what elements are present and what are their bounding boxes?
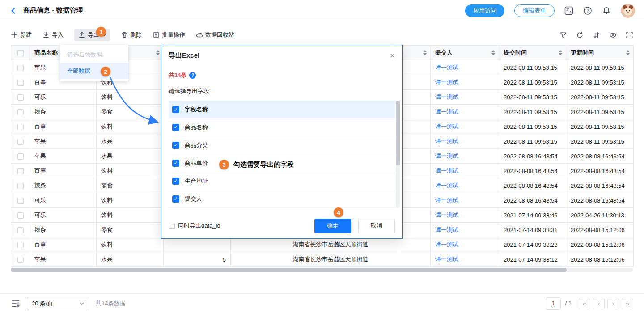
sort-toggle[interactable] <box>423 50 427 55</box>
submitter-link[interactable]: 谭一测试 <box>435 79 458 85</box>
confirm-button[interactable]: 确定 <box>314 219 351 233</box>
cell-category: 饮料 <box>97 193 164 208</box>
dataid-checkbox[interactable] <box>169 223 175 229</box>
submitter-link[interactable]: 谭一测试 <box>435 197 458 203</box>
pager-next-icon[interactable] <box>607 298 619 309</box>
row-checkbox[interactable] <box>17 168 24 174</box>
export-dataid-option[interactable]: 同时导出data_id <box>169 222 220 230</box>
page-number-input[interactable] <box>546 297 561 310</box>
field-checkbox-checked[interactable] <box>172 142 179 149</box>
refresh-icon[interactable] <box>576 31 584 39</box>
cell-update-time: 2022-08-08 15:12:06 <box>566 252 634 267</box>
submitter-link[interactable]: 谭一测试 <box>435 256 458 262</box>
step-3-note: 勾选需要导出的字段 <box>233 161 294 169</box>
export-field-item[interactable]: 生产地址 <box>169 172 395 190</box>
row-checkbox[interactable] <box>17 124 24 130</box>
cancel-button[interactable]: 取消 <box>358 219 395 233</box>
cell-category: 饮料 <box>97 164 164 178</box>
cell-submitter: 谭一测试 <box>431 75 499 90</box>
app-access-button[interactable]: 应用访问 <box>465 4 504 17</box>
sort-toggle[interactable] <box>491 50 495 55</box>
field-checkbox-checked[interactable] <box>172 124 179 131</box>
row-checkbox[interactable] <box>17 80 24 86</box>
row-checkbox[interactable] <box>17 65 24 71</box>
new-button[interactable]: 新建 <box>11 31 32 39</box>
field-checkbox-checked[interactable] <box>172 178 179 185</box>
field-checkbox-checked[interactable] <box>172 106 179 113</box>
filter-icon[interactable] <box>559 31 567 39</box>
field-checkbox-checked[interactable] <box>172 195 179 203</box>
horizontal-scrollbar-thumb[interactable] <box>11 268 567 272</box>
close-icon[interactable] <box>390 51 395 60</box>
cell-submitter: 谭一测试 <box>431 60 499 75</box>
row-checkbox[interactable] <box>17 109 24 115</box>
submitter-link[interactable]: 谭一测试 <box>435 123 458 130</box>
row-checkbox[interactable] <box>17 198 24 204</box>
row-checkbox[interactable] <box>17 183 24 189</box>
pager-prev-icon[interactable] <box>593 298 605 309</box>
help-icon[interactable]: ? <box>583 6 592 15</box>
cell-submit-time: 2022-08-08 16:43:54 <box>499 178 566 193</box>
delete-button[interactable]: 删除 <box>121 31 142 39</box>
cell-submitter: 谭一测试 <box>431 208 499 223</box>
cell-update-time: 2022-08-11 09:53:15 <box>566 119 634 134</box>
row-checkbox[interactable] <box>17 212 24 219</box>
batch-actions-button[interactable]: 批量操作 <box>153 31 185 39</box>
translate-icon[interactable]: 文A <box>564 6 573 15</box>
sort-toggle[interactable] <box>626 50 630 55</box>
row-checkbox[interactable] <box>17 242 24 248</box>
cell-category: 水果 <box>97 149 164 164</box>
export-field-item[interactable]: 提交人 <box>169 190 395 208</box>
submitter-link[interactable]: 谭一测试 <box>435 152 458 159</box>
sort-toggle[interactable] <box>559 50 562 55</box>
row-checkbox[interactable] <box>17 94 24 101</box>
submitter-link[interactable]: 谭一测试 <box>435 138 458 144</box>
row-checkbox[interactable] <box>17 153 24 160</box>
export-menu-item[interactable]: 全部数据 <box>60 63 128 79</box>
submitter-link[interactable]: 谭一测试 <box>435 167 458 174</box>
recycle-bin-button[interactable]: 数据回收站 <box>196 31 234 39</box>
edit-form-button[interactable]: 编辑表单 <box>514 4 555 17</box>
export-field-item[interactable]: 商品分类 <box>169 136 395 154</box>
cell-update-time: 2022-08-08 15:12:06 <box>566 237 634 252</box>
cell-submit-time: 2022-08-11 09:53:15 <box>499 134 566 149</box>
cell-product-name: 可乐 <box>30 208 97 223</box>
submitter-link[interactable]: 谭一测试 <box>435 241 458 248</box>
plus-icon <box>11 31 18 38</box>
back-icon[interactable] <box>9 6 18 15</box>
submitter-link[interactable]: 谭一测试 <box>435 211 458 218</box>
eye-icon[interactable] <box>609 31 617 39</box>
row-checkbox[interactable] <box>17 257 24 263</box>
cell-product-name: 百事 <box>30 164 97 178</box>
question-icon[interactable] <box>189 72 196 79</box>
row-height-icon[interactable] <box>11 299 21 309</box>
pager-last-icon[interactable] <box>622 298 633 309</box>
row-checkbox[interactable] <box>17 139 24 145</box>
sort-icon[interactable] <box>593 31 600 39</box>
modal-scrollbar <box>396 101 400 208</box>
cell-address: 湖南省长沙市岳麓区天顶街道 <box>231 237 431 252</box>
row-checkbox[interactable] <box>17 227 24 233</box>
bell-icon[interactable] <box>602 6 611 15</box>
field-label: 字段名称 <box>185 106 208 114</box>
cell-category: 饮料 <box>97 90 164 105</box>
submitter-link[interactable]: 谭一测试 <box>435 226 458 233</box>
export-field-item[interactable]: 字段名称 <box>169 101 395 118</box>
export-field-item[interactable]: 商品名称 <box>169 118 395 136</box>
cell-submit-time: 2022-08-08 16:43:54 <box>499 193 566 208</box>
submitter-link[interactable]: 谭一测试 <box>435 182 458 189</box>
submitter-link[interactable]: 谭一测试 <box>435 108 458 115</box>
pager-first-icon[interactable] <box>579 298 590 309</box>
modal-scrollbar-thumb[interactable] <box>396 101 400 165</box>
export-menu-item[interactable]: 筛选后的数据 <box>60 47 128 63</box>
export-count: 共14条 <box>169 71 186 79</box>
sort-toggle[interactable] <box>156 50 160 55</box>
page-size-select[interactable]: 20 条/页 <box>27 297 89 310</box>
avatar[interactable] <box>621 4 635 18</box>
import-button[interactable]: 导入 <box>42 31 64 39</box>
submitter-link[interactable]: 谭一测试 <box>435 64 458 71</box>
select-all-checkbox[interactable] <box>17 50 24 56</box>
field-checkbox-checked[interactable] <box>172 160 179 167</box>
submitter-link[interactable]: 谭一测试 <box>435 93 458 100</box>
fullscreen-icon[interactable] <box>626 31 633 39</box>
